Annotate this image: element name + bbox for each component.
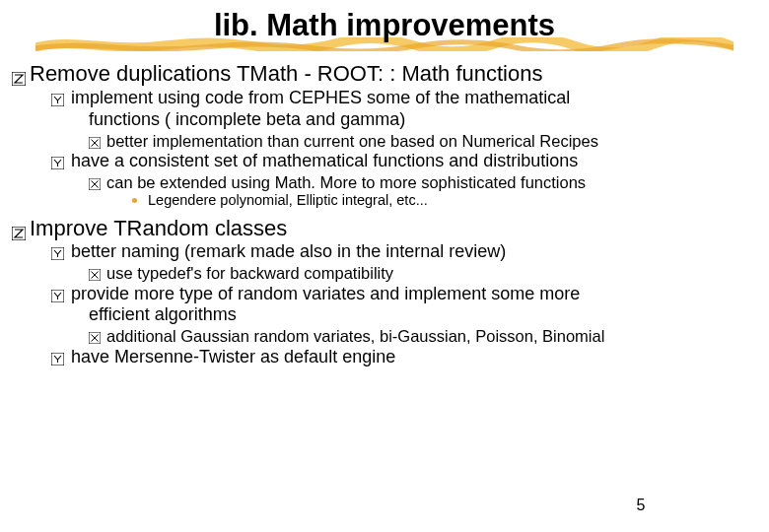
bullet-level3: better implementation than current one b… (4, 131, 765, 151)
text: additional Gaussian random variates, bi-… (106, 327, 604, 345)
text: implement using code from CEPHES some of… (71, 88, 570, 107)
dot-icon (132, 198, 137, 203)
bullet-level2: better naming (remark made also in the i… (4, 241, 765, 263)
slide-content: Remove duplications TMath - ROOT: : Math… (0, 49, 769, 368)
page-number: 5 (0, 497, 769, 514)
bullet-level3: additional Gaussian random variates, bi-… (4, 326, 765, 346)
text-continuation: functions ( incomplete beta and gamma) (4, 109, 765, 131)
text-continuation: efficient algorithms (4, 304, 765, 326)
bullet-level2: have a consistent set of mathematical fu… (4, 151, 765, 172)
square-x-icon (89, 133, 101, 153)
text: provide more type of random variates and… (71, 284, 580, 303)
bullet-level2: provide more type of random variates and… (4, 284, 765, 305)
bullet-level1: Improve TRandom classes (4, 216, 765, 242)
text: have Mersenne-Twister as default engine (71, 347, 395, 366)
square-x-icon (89, 174, 101, 194)
square-y-icon (51, 91, 64, 112)
text: Improve TRandom classes (30, 216, 287, 240)
text: Legendere polynomial, Elliptic integral,… (148, 192, 428, 208)
bullet-level2: have Mersenne-Twister as default engine (4, 347, 765, 368)
text: better naming (remark made also in the i… (71, 241, 506, 261)
slide-title: lib. Math improvements (0, 8, 769, 43)
square-x-icon (89, 265, 101, 285)
text: better implementation than current one b… (106, 132, 598, 150)
square-y-icon (51, 287, 64, 308)
title-area: lib. Math improvements (0, 0, 769, 49)
text: Remove duplications TMath - ROOT: : Math… (30, 61, 542, 86)
square-y-icon (51, 350, 64, 371)
bullet-level4: Legendere polynomial, Elliptic integral,… (4, 192, 765, 210)
square-x-icon (89, 328, 101, 348)
text: have a consistent set of mathematical fu… (71, 151, 578, 170)
bullet-level3: can be extended using Math. More to more… (4, 172, 765, 192)
bullet-level1: Remove duplications TMath - ROOT: : Math… (4, 61, 765, 88)
text: can be extended using Math. More to more… (106, 173, 586, 191)
bullet-level2: implement using code from CEPHES some of… (4, 88, 765, 109)
bullet-level3: use typedef's for backward compatibility (4, 263, 765, 283)
text: use typedef's for backward compatibility (106, 264, 393, 282)
